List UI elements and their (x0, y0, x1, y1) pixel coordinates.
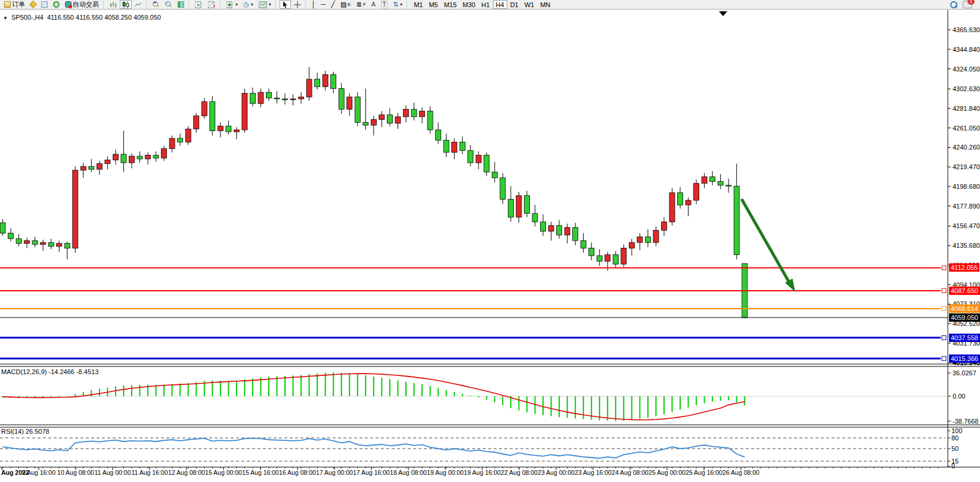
zoom-in-button[interactable]: + (150, 0, 162, 9)
candle (508, 200, 513, 217)
timeframe-h4[interactable]: H4 (493, 0, 507, 9)
candle (283, 99, 288, 100)
candle (589, 248, 594, 256)
time-axis-label: 25 Aug 00:00 (649, 469, 686, 476)
candle (541, 222, 546, 231)
rsi-line (3, 439, 745, 459)
arrange-charts-plus-icon (208, 1, 216, 8)
timeframe-m5[interactable]: M5 (426, 0, 441, 9)
time-axis-label: 23 Aug 00:00 (538, 469, 575, 476)
templates-icon (259, 1, 267, 8)
price-axis-label: 4198.680 (953, 183, 980, 190)
time-axis-label: 19 Aug 00:00 (427, 469, 464, 476)
orders-button[interactable]: 订单 (2, 0, 27, 9)
text-tool[interactable]: A (369, 0, 378, 9)
clock-icon: ◷ (243, 1, 249, 8)
vertical-line-tool[interactable]: │ (309, 0, 318, 9)
candle (64, 244, 70, 248)
orders-icon (4, 1, 11, 8)
trend-arrow-line (742, 199, 789, 282)
line-chart-icon (135, 1, 142, 8)
candle (557, 226, 562, 235)
price-axis-label: 4324.050 (953, 66, 980, 73)
candle (411, 109, 417, 117)
candle (524, 195, 529, 213)
fibonacci-tool[interactable]: ≣ F (354, 0, 368, 9)
horizontal-line-objects[interactable] (0, 266, 948, 360)
candle (73, 170, 78, 248)
time-axis-label: 16 Aug 08:00 (279, 469, 316, 476)
candle (290, 99, 296, 100)
candle (315, 79, 320, 87)
arrange-charts-plus-button[interactable] (206, 0, 218, 9)
price-axis-label: 4177.890 (953, 203, 980, 210)
time-axis-label: 23 Aug 16:00 (575, 469, 612, 476)
chart-dropdown-icon[interactable]: ▼ (3, 15, 8, 21)
orders-label: 订单 (12, 0, 25, 9)
arrows-tool[interactable]: ⇅ ▾ (390, 0, 405, 9)
profile-button[interactable] (39, 0, 50, 9)
tile-windows-button[interactable] (175, 0, 187, 9)
search-button[interactable] (947, 0, 960, 9)
channel-tool[interactable]: ▨ E (338, 0, 353, 9)
candle (734, 186, 739, 254)
candlestick-chart-button[interactable] (120, 0, 132, 9)
candle (105, 160, 110, 163)
timeframe-w1[interactable]: W1 (522, 0, 538, 9)
templates-button[interactable]: ▾ (256, 0, 274, 9)
candle (32, 241, 38, 244)
cursor-button[interactable] (280, 0, 291, 9)
candle (48, 242, 54, 246)
trendline-tool[interactable]: ╱ (328, 0, 337, 9)
candle (637, 237, 643, 242)
crosshair-button[interactable] (291, 0, 303, 9)
candle (363, 122, 368, 125)
broadcast-icon (53, 1, 60, 8)
rsi-axis-label: 0 (951, 462, 955, 469)
macd-axis-label: -38.7668 (953, 418, 978, 425)
broadcast-button[interactable] (51, 0, 62, 9)
bar-chart-button[interactable] (107, 0, 119, 9)
axes-layer: 4365.6304344.8404324.0504302.6304281.840… (0, 10, 980, 470)
candle (57, 244, 62, 247)
candle (492, 172, 497, 178)
arrange-charts-button[interactable] (193, 0, 205, 9)
price-axis-label: 4261.050 (953, 125, 980, 132)
timeframe-m15[interactable]: M15 (441, 0, 460, 9)
time-axis-label: 15 Aug 16:00 (242, 469, 279, 476)
horizontal-line-tool[interactable]: ─ (319, 0, 328, 9)
time-axis-label: 17 Aug 00:00 (316, 469, 353, 476)
candle (420, 111, 425, 116)
indicators-button[interactable]: ▾ (224, 0, 240, 9)
timeframe-d1[interactable]: D1 (507, 0, 522, 9)
arrow-object[interactable] (742, 199, 795, 292)
autotrading-button[interactable]: 自动交易 (63, 0, 101, 9)
candle (686, 200, 691, 205)
new-order-button[interactable] (28, 0, 38, 9)
timeframe-mn[interactable]: MN (537, 0, 553, 9)
zoom-out-button[interactable]: - (163, 0, 175, 9)
candle (331, 74, 336, 89)
candle (395, 117, 401, 123)
price-axis-label: 4219.470 (953, 163, 980, 170)
text-label-tool[interactable]: T (379, 0, 390, 9)
rsi-label: RSI(14) 26.5078 (1, 428, 49, 435)
candle (581, 241, 586, 248)
macd-layer (0, 372, 948, 421)
candle (162, 148, 167, 158)
hline-endpoint-marker (942, 356, 946, 360)
autotrading-icon (65, 1, 72, 8)
fibonacci-icon: ≣ (356, 1, 362, 8)
candle (242, 94, 247, 130)
notifications-button[interactable]: 1 (960, 0, 975, 9)
channel-letter: E (348, 2, 351, 7)
line-chart-button[interactable] (132, 0, 144, 9)
timeframe-m30[interactable]: M30 (460, 0, 478, 9)
timeframe-clock-button[interactable]: ◷ ▾ (241, 0, 256, 9)
price-axis-label: 4281.840 (953, 105, 980, 112)
timeframe-h1[interactable]: H1 (479, 0, 493, 9)
chart-symbol: SP500-,H4 (11, 14, 44, 21)
timeframe-m1[interactable]: M1 (411, 0, 426, 9)
profile-icon (41, 1, 48, 8)
dropdown-icon: ▾ (400, 2, 402, 7)
